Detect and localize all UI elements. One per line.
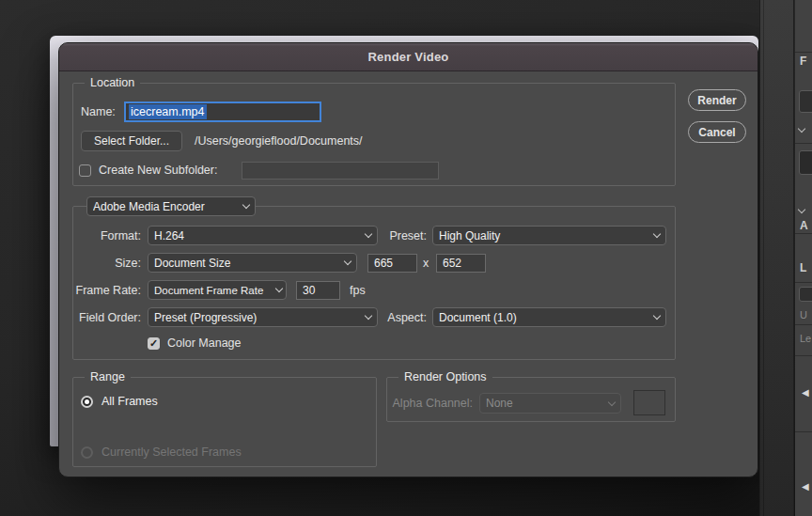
chevron-down-icon (653, 230, 661, 238)
all-frames-label: All Frames (102, 391, 158, 412)
frame-rate-value: Document Frame Rate (154, 285, 273, 296)
chevron-down-icon (242, 201, 250, 209)
chevron-down-icon (275, 285, 283, 292)
alpha-channel-value: None (486, 397, 603, 410)
chevron-down-icon (653, 312, 661, 320)
size-x-label: x (423, 253, 429, 274)
panel-text-fragment: F (800, 55, 806, 68)
width-input[interactable]: 665 (367, 254, 417, 273)
gutter-divider (763, 0, 764, 516)
chevron-down-icon (608, 398, 616, 405)
encoder-select[interactable]: Adobe Media Encoder (86, 196, 256, 216)
cancel-button[interactable]: Cancel (688, 121, 746, 143)
panel-divider (795, 52, 812, 53)
color-manage-label: Color Manage (167, 333, 242, 353)
alpha-channel-select: None (479, 393, 621, 414)
selected-frames-label: Currently Selected Frames (102, 442, 242, 462)
aspect-label: Aspect: (327, 307, 427, 328)
panel-divider (795, 282, 812, 283)
color-manage-checkbox[interactable]: ✓ (148, 337, 160, 350)
panel-text-fragment: L (800, 261, 806, 274)
chevron-down-icon (798, 125, 805, 133)
panel-text-fragment: U (800, 308, 807, 321)
range-group-label: Range (85, 370, 131, 384)
preset-label: Preset: (327, 226, 427, 246)
fps-unit-label: fps (350, 280, 366, 301)
all-frames-radio[interactable] (81, 396, 93, 408)
selected-frames-radio (81, 446, 93, 459)
render-options-group: Render Options Alpha Channel: None (386, 377, 676, 422)
location-group: Location Name: icecream.mp4 Select Folde… (72, 83, 676, 186)
aspect-select[interactable]: Document (1.0) (432, 307, 666, 327)
chevron-down-icon (798, 206, 805, 213)
frame-rate-label: Frame Rate: (66, 280, 141, 301)
encoder-group: Adobe Media Encoder Format: H.264 Preset… (72, 206, 676, 360)
panel-divider (795, 233, 812, 234)
field-order-label: Field Order: (66, 307, 141, 328)
dialog-titlebar[interactable]: Render Video (59, 43, 757, 71)
frame-rate-select[interactable]: Document Frame Rate (148, 280, 287, 300)
render-video-dialog: Render Video Render Cancel Location Name… (58, 42, 758, 477)
radio-dot-icon (85, 399, 89, 404)
workspace-gutter (759, 0, 794, 516)
render-button[interactable]: Render (688, 89, 746, 111)
panel-arrow-icon: ◀ (802, 387, 809, 398)
panel-divider (795, 324, 812, 325)
size-select[interactable]: Document Size (148, 253, 357, 273)
format-label: Format: (73, 226, 141, 246)
preset-value: High Quality (439, 229, 648, 242)
render-options-extra-input (633, 390, 665, 415)
chevron-down-icon (344, 258, 351, 265)
panel-field-fragment (799, 287, 812, 302)
right-panel-sliver: F A L U Le ◀ ◀ (795, 0, 812, 516)
panel-field-fragment (799, 150, 812, 175)
aspect-value: Document (1.0) (439, 311, 648, 324)
create-subfolder-label: Create New Subfolder: (99, 160, 217, 180)
panel-divider (795, 355, 812, 356)
name-value: icecream.mp4 (129, 104, 207, 119)
render-options-group-label: Render Options (398, 370, 492, 384)
dialog-title: Render Video (368, 50, 449, 64)
size-label: Size: (73, 253, 141, 274)
panel-arrow-icon: ◀ (802, 481, 809, 492)
subfolder-name-input[interactable] (242, 162, 439, 180)
preset-select[interactable]: High Quality (432, 226, 666, 245)
name-label: Name: (81, 102, 116, 122)
fps-input[interactable]: 30 (296, 281, 340, 300)
alpha-channel-label: Alpha Channel: (387, 393, 473, 414)
size-value: Document Size (154, 257, 339, 270)
panel-divider (795, 143, 812, 144)
desktop-background: Render Video Render Cancel Location Name… (0, 0, 812, 516)
panel-field-fragment (799, 90, 812, 113)
panel-text-fragment: Le (800, 332, 811, 345)
location-group-label: Location (85, 76, 140, 90)
range-group: Range All Frames Currently Selected Fram… (72, 377, 377, 467)
encoder-select-value: Adobe Media Encoder (93, 200, 238, 213)
height-input[interactable]: 652 (436, 254, 486, 273)
panel-text-fragment: A (800, 219, 808, 232)
select-folder-button[interactable]: Select Folder... (81, 131, 182, 151)
create-subfolder-checkbox[interactable] (79, 164, 91, 177)
panel-divider (795, 431, 812, 432)
name-input[interactable]: icecream.mp4 (124, 102, 321, 122)
folder-path: /Users/georgieflood/Documents/ (195, 131, 363, 151)
